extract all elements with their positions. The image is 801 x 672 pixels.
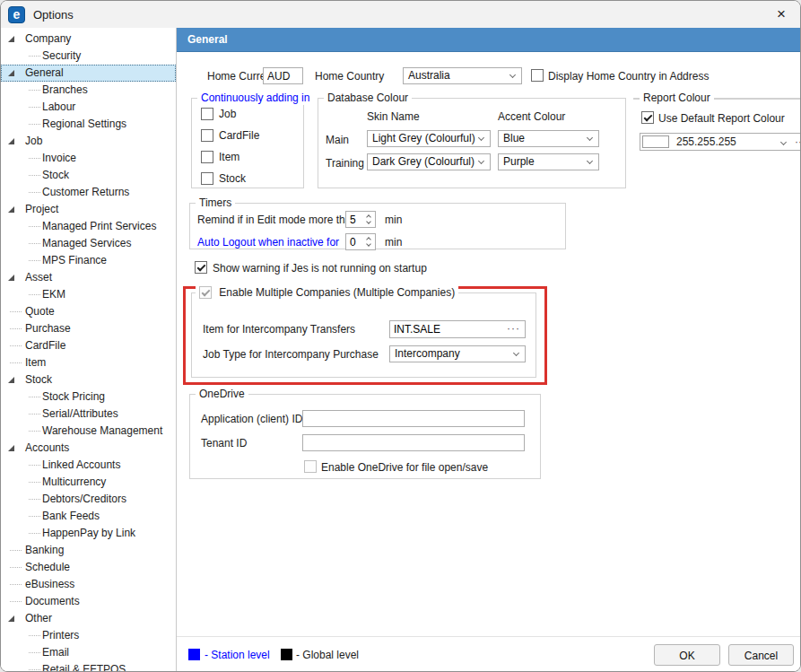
tree-item-stock-pricing[interactable]: Stock Pricing — [1, 388, 176, 406]
lookup-ellipsis-button[interactable]: ··· — [507, 322, 520, 335]
tree-item-quote[interactable]: Quote — [1, 303, 176, 320]
tenant-id-input[interactable] — [302, 434, 525, 451]
close-icon[interactable]: × — [762, 1, 800, 28]
main-accent-select[interactable]: Blue — [498, 130, 599, 147]
tree-item-company[interactable]: Company — [1, 31, 176, 48]
tree-item-security[interactable]: Security — [1, 48, 176, 65]
expand-icon[interactable] — [8, 377, 14, 383]
tree-item-bank-feeds[interactable]: Bank Feeds — [1, 508, 176, 525]
expand-icon[interactable] — [8, 615, 14, 622]
tree-item-general[interactable]: General — [1, 65, 176, 82]
tree-item-project[interactable]: Project — [1, 201, 176, 218]
intercompany-item-input[interactable] — [390, 321, 496, 337]
tree-item-warehouse-management[interactable]: Warehouse Management — [1, 423, 176, 440]
ellipsis-button[interactable]: ··· — [795, 135, 800, 149]
application-client-id-input[interactable] — [302, 410, 525, 427]
intercompany-jobtype-select[interactable]: Intercompany — [389, 345, 526, 362]
intercompany-item-field[interactable]: ··· — [389, 320, 526, 338]
tree-connector — [10, 567, 22, 568]
tree-item-printers[interactable]: Printers — [1, 627, 176, 644]
tree-item-retail-eftpos[interactable]: Retail & EFTPOS — [1, 661, 176, 671]
expand-icon[interactable] — [8, 138, 14, 144]
continuously-stock-label: Stock — [219, 172, 246, 186]
tree-item-multicurrency[interactable]: Multicurrency — [1, 474, 176, 491]
report-colour-title: Report Colour — [640, 92, 714, 105]
tree-item-ekm[interactable]: EKM — [1, 286, 176, 303]
tree-item-managed-print-services[interactable]: Managed Print Services — [1, 218, 176, 235]
tree-connector — [29, 533, 40, 534]
tree-item-invoice[interactable]: Invoice — [1, 150, 176, 167]
tree-item-other[interactable]: Other — [1, 610, 176, 627]
tree-item-label: Printers — [42, 627, 79, 644]
remind-minutes-input[interactable] — [346, 212, 362, 227]
tree-item-managed-services[interactable]: Managed Services — [1, 235, 176, 252]
tree-item-schedule[interactable]: Schedule — [1, 559, 176, 576]
tree-connector — [10, 584, 22, 585]
expand-icon[interactable] — [8, 275, 14, 281]
logout-minutes-input[interactable] — [346, 234, 362, 249]
tree-item-label: Stock — [42, 167, 69, 184]
continuously-cardfile-checkbox[interactable] — [201, 129, 213, 142]
tree-connector — [29, 397, 40, 397]
training-skin-select[interactable]: Dark Grey (Colourful) — [367, 153, 491, 170]
logout-minutes-spinner[interactable] — [345, 233, 376, 250]
tree-item-stock[interactable]: Stock — [1, 167, 176, 184]
tree-item-stock[interactable]: Stock — [1, 371, 176, 388]
main-skin-select[interactable]: Light Grey (Colourful) — [367, 130, 491, 147]
training-accent-select[interactable]: Purple — [498, 153, 599, 170]
tree-connector — [29, 107, 40, 108]
show-warning-checkbox[interactable] — [195, 261, 207, 274]
continuously-adding-title: Continuously adding in — [197, 92, 313, 105]
tree-item-customer-returns[interactable]: Customer Returns — [1, 184, 176, 201]
home-currency-input[interactable] — [263, 67, 303, 84]
tree-item-banking[interactable]: Banking — [1, 542, 176, 559]
tree-item-accounts[interactable]: Accounts — [1, 440, 176, 457]
tree-item-label: Quote — [25, 303, 55, 320]
display-home-country-checkbox[interactable] — [531, 69, 544, 82]
tree-item-label: HappenPay by Link — [42, 525, 135, 542]
enable-multiple-companies-checkbox[interactable] — [199, 286, 212, 299]
spinner-down-icon[interactable] — [366, 219, 371, 224]
continuously-job-checkbox[interactable] — [201, 108, 213, 120]
timers-title: Timers — [196, 196, 235, 210]
tree-item-debtors-creditors[interactable]: Debtors/Creditors — [1, 491, 176, 508]
tree-item-job[interactable]: Job — [1, 133, 176, 150]
expand-icon[interactable] — [8, 206, 14, 213]
tree-item-linked-accounts[interactable]: Linked Accounts — [1, 457, 176, 474]
tree-connector — [29, 465, 40, 466]
spinner-down-icon[interactable] — [366, 241, 371, 247]
tree-item-mps-finance[interactable]: MPS Finance — [1, 252, 176, 269]
expand-icon[interactable] — [8, 36, 14, 42]
expand-icon[interactable] — [8, 70, 14, 76]
report-colour-picker[interactable]: 255.255.255 ··· — [640, 133, 800, 151]
continuously-cardfile-label: CardFile — [219, 129, 259, 143]
tree-item-purchase[interactable]: Purchase — [1, 320, 176, 337]
tree-item-branches[interactable]: Branches — [1, 82, 176, 99]
tree-item-asset[interactable]: Asset — [1, 269, 176, 286]
continuously-stock-checkbox[interactable] — [201, 172, 213, 185]
training-row-label: Training — [326, 157, 364, 170]
ok-button[interactable]: OK — [654, 644, 720, 666]
home-country-select[interactable]: Australia — [403, 67, 522, 84]
tree-item-documents[interactable]: Documents — [1, 593, 176, 610]
use-default-report-colour-checkbox[interactable] — [641, 111, 654, 124]
tree-item-label: Stock Pricing — [42, 388, 105, 406]
tree-item-happenpay-by-link[interactable]: HappenPay by Link — [1, 525, 176, 542]
remind-minutes-spinner[interactable] — [345, 211, 376, 228]
general-panel: General Home Currency Home Country Austr… — [177, 28, 800, 671]
window-title: Options — [33, 8, 74, 22]
tree-item-labour[interactable]: Labour — [1, 99, 176, 116]
tree-item-item[interactable]: Item — [1, 354, 176, 371]
chevron-down-icon[interactable] — [780, 139, 787, 145]
tree-item-ebusiness[interactable]: eBusiness — [1, 576, 176, 593]
main-row-label: Main — [326, 134, 349, 147]
tree-item-regional-settings[interactable]: Regional Settings — [1, 116, 176, 133]
cancel-button[interactable]: Cancel — [728, 644, 794, 666]
tree-item-serial-attributes[interactable]: Serial/Attributes — [1, 406, 176, 423]
enable-onedrive-checkbox[interactable] — [304, 460, 317, 473]
tree-connector — [10, 550, 22, 551]
tree-item-email[interactable]: Email — [1, 644, 176, 661]
expand-icon[interactable] — [8, 445, 14, 451]
continuously-item-checkbox[interactable] — [201, 151, 213, 163]
tree-item-cardfile[interactable]: CardFile — [1, 337, 176, 354]
